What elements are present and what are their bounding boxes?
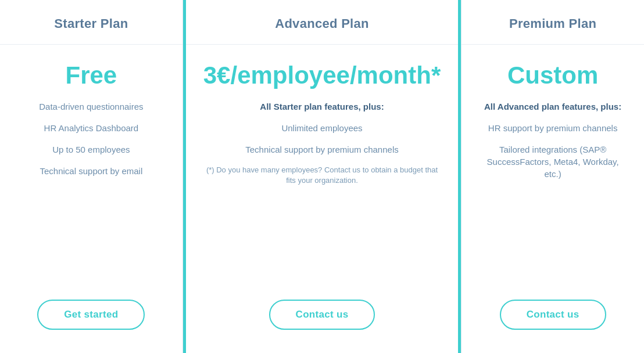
- starter-plan-card: Starter Plan Free Data-driven questionna…: [0, 0, 183, 353]
- premium-plan-header: Premium Plan: [461, 0, 644, 45]
- starter-plan-price: Free: [66, 62, 117, 89]
- starter-plan-header: Starter Plan: [0, 0, 183, 45]
- list-item: Technical support by premium channels: [203, 143, 441, 156]
- list-item: Data-driven questionnaires: [17, 100, 165, 113]
- premium-plan-body: Custom All Advanced plan features, plus:…: [461, 45, 644, 288]
- advanced-plan-note: (*) Do you have many employees? Contact …: [203, 165, 441, 186]
- starter-plan-name: Starter Plan: [54, 16, 128, 31]
- advanced-plan-body: 3€/employee/month* All Starter plan feat…: [186, 45, 458, 288]
- advanced-plan-footer: Contact us: [186, 288, 458, 353]
- list-item: All Starter plan features, plus:: [203, 100, 441, 113]
- starter-plan-footer: Get started: [0, 288, 183, 353]
- premium-plan-name: Premium Plan: [509, 16, 596, 31]
- pricing-container: Starter Plan Free Data-driven questionna…: [0, 0, 644, 353]
- list-item: Tailored integrations (SAP® SuccessFacto…: [479, 143, 627, 180]
- starter-plan-body: Free Data-driven questionnaires HR Analy…: [0, 45, 183, 288]
- premium-plan-footer: Contact us: [461, 288, 644, 353]
- list-item: Up to 50 employees: [17, 143, 165, 156]
- list-item: HR Analytics Dashboard: [17, 122, 165, 134]
- list-item: Unlimited employees: [203, 122, 441, 134]
- premium-contact-us-button[interactable]: Contact us: [500, 300, 606, 330]
- starter-plan-features: Data-driven questionnaires HR Analytics …: [17, 100, 165, 186]
- advanced-plan-features: All Starter plan features, plus: Unlimit…: [203, 100, 441, 195]
- advanced-plan-price: 3€/employee/month*: [203, 62, 441, 89]
- premium-plan-price: Custom: [507, 62, 598, 89]
- premium-plan-features: All Advanced plan features, plus: HR sup…: [479, 100, 627, 189]
- advanced-contact-us-button[interactable]: Contact us: [269, 300, 375, 330]
- premium-plan-card: Premium Plan Custom All Advanced plan fe…: [461, 0, 644, 353]
- list-item: HR support by premium channels: [479, 122, 627, 134]
- advanced-plan-card: Advanced Plan 3€/employee/month* All Sta…: [183, 0, 461, 353]
- list-item: Technical support by email: [17, 165, 165, 177]
- get-started-button[interactable]: Get started: [37, 300, 145, 330]
- advanced-plan-header: Advanced Plan: [186, 0, 458, 45]
- list-item: All Advanced plan features, plus:: [479, 100, 627, 113]
- advanced-plan-name: Advanced Plan: [275, 16, 369, 31]
